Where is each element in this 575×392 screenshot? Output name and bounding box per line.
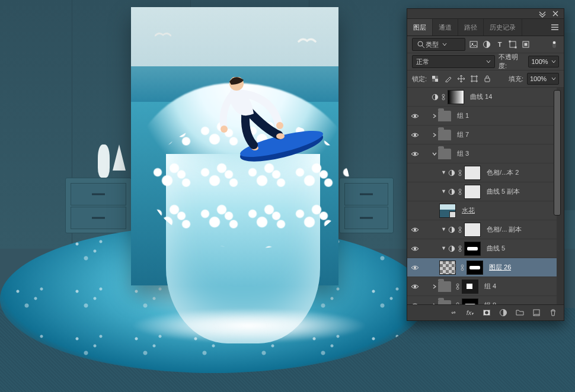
layer-name[interactable]: 色相/... 副本 <box>487 225 522 234</box>
clip-icon <box>439 227 448 232</box>
adjustment-icon <box>448 245 456 252</box>
layer-mask-thumb[interactable] <box>464 223 481 237</box>
blend-mode-combo[interactable]: 正常 <box>412 55 495 68</box>
opacity-field[interactable]: 100% <box>528 56 559 68</box>
mask-link-icon[interactable] <box>459 264 465 271</box>
filter-smart-icon[interactable] <box>521 40 531 49</box>
layer-name[interactable]: 曲线 5 副本 <box>487 187 520 196</box>
folder-icon <box>438 130 451 140</box>
layer-name[interactable]: 组 8 <box>484 301 496 304</box>
chevron-down-icon[interactable] <box>431 152 438 156</box>
panel-topstrip <box>407 9 564 19</box>
tab-label: 历史记录 <box>490 23 516 32</box>
layer-row[interactable]: 曲线 14 <box>407 88 564 107</box>
visibility-toggle[interactable] <box>407 264 423 272</box>
clip-icon <box>439 246 448 251</box>
new-layer-icon[interactable] <box>532 308 541 317</box>
new-adjust-icon[interactable] <box>499 308 508 317</box>
layer-mask-thumb[interactable] <box>462 298 478 305</box>
fill-field[interactable]: 100% <box>527 73 559 85</box>
layer-name[interactable]: 曲线 5 <box>487 244 505 253</box>
svg-point-3 <box>276 133 285 139</box>
layer-fx-icon[interactable]: fx▾ <box>465 308 475 317</box>
layer-row[interactable]: 色相/...本 2 <box>407 163 564 182</box>
new-group-icon[interactable] <box>515 308 525 317</box>
filter-text-icon[interactable]: T <box>495 40 504 49</box>
lock-position-icon[interactable] <box>456 74 466 83</box>
filter-image-icon[interactable] <box>469 40 478 49</box>
visibility-toggle[interactable] <box>407 226 423 234</box>
delete-layer-icon[interactable] <box>548 308 558 317</box>
chevron-right-icon[interactable] <box>431 133 438 137</box>
layer-row[interactable]: 色相/... 副本 <box>407 220 564 239</box>
lock-all-icon[interactable] <box>483 74 492 83</box>
layers-list[interactable]: 曲线 14组 1组 7组 3色相/...本 2曲线 5 副本水花色相/... 副… <box>407 88 564 304</box>
tab-history[interactable]: 历史记录 <box>484 19 522 36</box>
layer-mask-thumb[interactable] <box>464 242 481 256</box>
close-icon[interactable] <box>551 9 560 18</box>
layer-name[interactable]: 组 1 <box>457 111 469 120</box>
layer-thumb[interactable] <box>439 261 456 275</box>
visibility-toggle[interactable] <box>407 282 423 291</box>
layer-row[interactable]: 组 7 <box>407 126 564 144</box>
chevron-right-icon[interactable] <box>431 114 438 118</box>
layer-name[interactable]: 图层 26 <box>489 263 511 272</box>
scrollbar-thumb[interactable] <box>554 90 561 216</box>
search-icon <box>416 40 426 49</box>
mask-link-icon[interactable] <box>455 283 461 290</box>
visibility-toggle[interactable] <box>407 112 423 120</box>
lock-artboard-icon[interactable] <box>469 74 479 83</box>
folder-icon <box>438 111 451 121</box>
tab-channels[interactable]: 通道 <box>433 19 458 36</box>
lock-pixels-icon[interactable] <box>443 74 453 83</box>
layers-scrollbar[interactable] <box>557 88 564 304</box>
layer-mask-thumb[interactable] <box>467 261 483 275</box>
mask-link-icon[interactable] <box>457 169 463 176</box>
visibility-toggle[interactable] <box>407 150 423 158</box>
filter-shape-icon[interactable] <box>508 40 518 49</box>
layers-panel[interactable]: 图层 通道 路径 历史记录 类型 T 正常 不透明度: 100% 锁定: <box>407 8 564 321</box>
layer-name[interactable]: 色相/...本 2 <box>487 168 519 177</box>
mask-link-icon[interactable] <box>457 188 463 195</box>
tab-paths[interactable]: 路径 <box>458 19 484 36</box>
add-mask-icon[interactable] <box>482 308 491 317</box>
layer-name[interactable]: 曲线 14 <box>470 92 492 101</box>
layer-name[interactable]: 组 7 <box>457 130 469 139</box>
layer-mask-thumb[interactable] <box>464 166 481 180</box>
layer-thumb[interactable] <box>439 204 456 218</box>
layer-row[interactable]: 曲线 5 <box>407 239 564 258</box>
layer-name[interactable]: 水花 <box>462 206 475 215</box>
tab-layers[interactable]: 图层 <box>407 19 433 36</box>
filter-adjust-icon[interactable] <box>482 40 491 49</box>
visibility-toggle[interactable] <box>407 301 423 305</box>
layer-row[interactable]: 水花 <box>407 201 564 220</box>
lock-row: 锁定: 填充: 100% <box>407 70 564 88</box>
filter-kind-combo[interactable]: 类型 <box>412 38 465 51</box>
mask-link-icon[interactable] <box>457 226 463 233</box>
layer-row[interactable]: 曲线 5 副本 <box>407 182 564 201</box>
filter-toggle-switch[interactable] <box>550 40 559 49</box>
layer-row[interactable]: 组 4 <box>407 277 564 296</box>
collapse-icon[interactable] <box>538 9 547 18</box>
mask-link-icon[interactable] <box>457 245 463 252</box>
visibility-toggle[interactable] <box>407 245 423 253</box>
layer-mask-thumb[interactable] <box>448 90 464 104</box>
layer-row[interactable]: 组 8 <box>407 296 564 304</box>
visibility-toggle[interactable] <box>407 131 423 139</box>
link-layers-icon[interactable] <box>449 308 458 317</box>
chevron-right-icon[interactable] <box>431 284 438 289</box>
layer-name[interactable]: 组 3 <box>457 149 469 158</box>
chevron-down-icon <box>486 58 491 65</box>
lock-transparent-icon[interactable] <box>430 74 440 83</box>
layer-row[interactable]: 组 3 <box>407 144 564 163</box>
layer-name[interactable]: 组 4 <box>484 282 496 291</box>
svg-rect-21 <box>435 76 438 79</box>
layer-row[interactable]: 组 1 <box>407 107 564 126</box>
layer-row[interactable]: 图层 26 <box>407 258 564 277</box>
chevron-right-icon[interactable] <box>431 303 438 305</box>
panel-menu-icon[interactable] <box>546 19 564 36</box>
layer-mask-thumb[interactable] <box>464 185 481 199</box>
mask-link-icon[interactable] <box>440 94 446 101</box>
svg-point-5 <box>221 126 228 133</box>
mask-link-icon[interactable] <box>455 302 461 305</box>
